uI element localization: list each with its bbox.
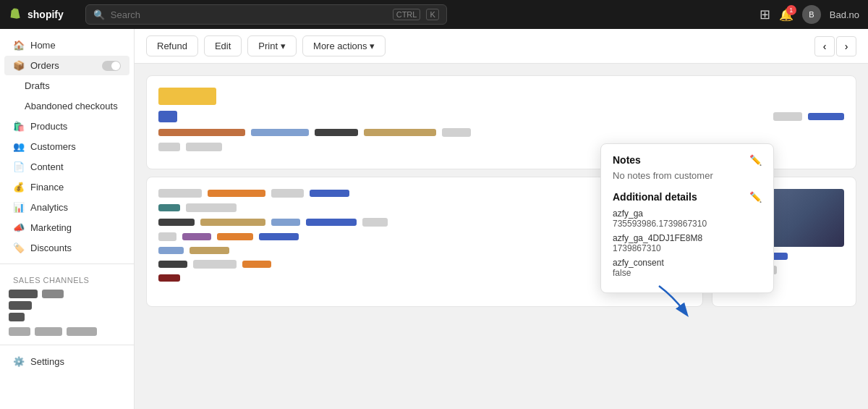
main-layout: 🏠 Home 📦 Orders Drafts Abandoned checkou… [0, 29, 868, 409]
detail-val-1: 1739867310 [613, 243, 762, 253]
detail-key-1: azfy_ga_4DDJ1FE8M8 [613, 233, 762, 243]
arrow-container [652, 282, 695, 321]
sidebar-item-products[interactable]: 🛍️ Products [4, 117, 129, 136]
main-content: Refund Edit Print ▾ More actions ▾ ‹ › [135, 29, 868, 409]
logo-text: shopify [27, 9, 64, 20]
user-name: Bad.no [830, 9, 859, 20]
next-button[interactable]: › [836, 36, 856, 56]
notes-empty: No notes from customer [613, 170, 762, 181]
sidebar-item-drafts[interactable]: Drafts [4, 76, 129, 96]
more-actions-label: More actions [313, 41, 367, 51]
print-button[interactable]: Print ▾ [247, 35, 297, 56]
detail-row-2: azfy_consent false [613, 258, 762, 278]
search-shortcut-ctrl: CTRL [393, 9, 421, 20]
print-label: Print [258, 41, 278, 51]
notification-badge: 1 [786, 5, 796, 15]
user-avatar[interactable]: B [802, 5, 821, 24]
analytics-icon: 📊 [13, 202, 25, 213]
orders-toggle[interactable] [102, 61, 121, 71]
additional-edit-icon[interactable]: ✏️ [749, 191, 762, 203]
pointer-arrow [652, 282, 695, 319]
top-navigation: shopify 🔍 CTRL K ⊞ 🔔 1 B Bad.no [0, 0, 868, 29]
home-icon: 🏠 [13, 40, 25, 51]
details-list: azfy_ga 735593986.1739867310 azfy_ga_4DD… [613, 208, 762, 278]
sidebar-item-discounts[interactable]: 🏷️ Discounts [4, 238, 129, 258]
notes-popup: Notes ✏️ No notes from customer Addition… [600, 143, 774, 293]
sidebar-item-settings[interactable]: ⚙️ Settings [4, 352, 129, 371]
sidebar-analytics-label: Analytics [30, 202, 68, 213]
detail-key-2: azfy_consent [613, 258, 762, 268]
detail-row-1: azfy_ga_4DDJ1FE8M8 1739867310 [613, 233, 762, 253]
search-input[interactable] [111, 9, 387, 20]
notes-title: Notes [613, 154, 641, 166]
detail-val-2: false [613, 268, 762, 278]
search-icon: 🔍 [93, 9, 105, 20]
marketing-icon: 📣 [13, 222, 25, 233]
orders-icon: 📦 [13, 60, 25, 71]
sidebar: 🏠 Home 📦 Orders Drafts Abandoned checkou… [0, 29, 135, 409]
sidebar-item-abandoned[interactable]: Abandoned checkouts [4, 96, 129, 116]
sidebar-customers-label: Customers [30, 141, 76, 152]
sidebar-settings-label: Settings [30, 356, 64, 367]
products-icon: 🛍️ [13, 121, 25, 132]
notes-header: Notes ✏️ [613, 154, 762, 166]
sidebar-item-orders[interactable]: 📦 Orders [4, 56, 129, 75]
detail-val-0: 735593986.1739867310 [613, 219, 762, 229]
toolbar-nav: ‹ › [814, 36, 856, 56]
sidebar-products-label: Products [30, 121, 67, 132]
refund-button[interactable]: Refund [146, 35, 198, 56]
page-body: Notes ✏️ No notes from customer Addition… [135, 64, 868, 409]
sidebar-drafts-label: Drafts [25, 80, 50, 91]
toolbar: Refund Edit Print ▾ More actions ▾ ‹ › [135, 29, 868, 64]
detail-key-0: azfy_ga [613, 208, 762, 219]
finance-icon: 💰 [13, 182, 25, 193]
more-actions-button[interactable]: More actions ▾ [302, 35, 386, 56]
sidebar-item-finance[interactable]: 💰 Finance [4, 177, 129, 197]
sidebar-marketing-label: Marketing [30, 222, 72, 233]
customers-icon: 👥 [13, 141, 25, 152]
shopify-logo[interactable]: shopify [9, 7, 64, 22]
notes-edit-icon[interactable]: ✏️ [749, 154, 762, 166]
topnav-right: ⊞ 🔔 1 B Bad.no [760, 5, 859, 24]
sidebar-item-content[interactable]: 📄 Content [4, 157, 129, 177]
additional-details-title: Additional details [613, 191, 697, 203]
sidebar-orders-label: Orders [30, 60, 59, 71]
detail-row-0: azfy_ga 735593986.1739867310 [613, 208, 762, 229]
sidebar-item-analytics[interactable]: 📊 Analytics [4, 198, 129, 217]
print-chevron: ▾ [281, 41, 286, 51]
edit-button[interactable]: Edit [204, 35, 242, 56]
discounts-icon: 🏷️ [13, 243, 25, 253]
sales-channels-section: Sales channels [0, 263, 134, 339]
sidebar-content-label: Content [30, 161, 64, 172]
additional-details-header: Additional details ✏️ [613, 191, 762, 203]
search-bar[interactable]: 🔍 CTRL K [85, 4, 447, 25]
sidebar-home-label: Home [30, 40, 56, 51]
sidebar-abandoned-label: Abandoned checkouts [25, 101, 118, 111]
prev-button[interactable]: ‹ [814, 36, 835, 56]
sidebar-item-marketing[interactable]: 📣 Marketing [4, 218, 129, 237]
sidebar-item-customers[interactable]: 👥 Customers [4, 137, 129, 156]
content-icon: 📄 [13, 161, 25, 172]
more-actions-chevron: ▾ [370, 41, 375, 51]
notification-icon[interactable]: 🔔 1 [779, 8, 793, 22]
sidebar-item-home[interactable]: 🏠 Home [4, 35, 129, 55]
settings-icon: ⚙️ [13, 356, 25, 367]
sidebar-finance-label: Finance [30, 182, 64, 193]
search-shortcut-key: K [426, 9, 438, 20]
sidebar-discounts-label: Discounts [30, 243, 72, 253]
display-icon[interactable]: ⊞ [760, 7, 770, 22]
sales-channels-header: Sales channels [0, 270, 134, 287]
